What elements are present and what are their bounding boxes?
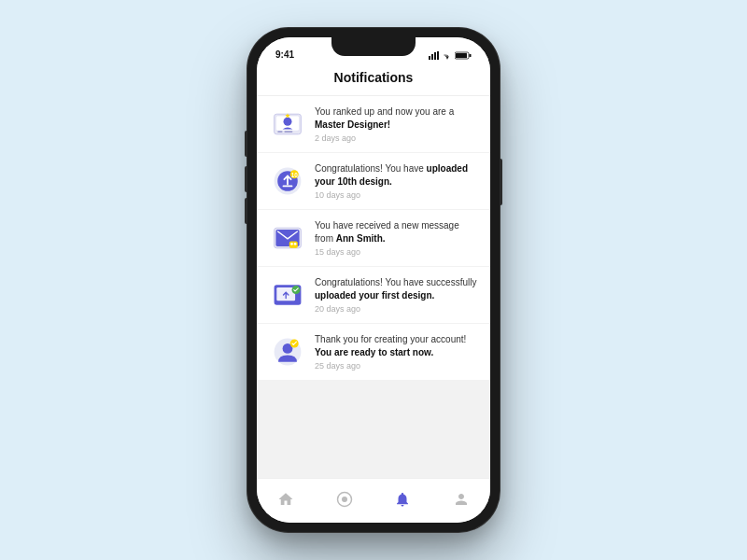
notification-content-1: You ranked up and now you are a Master D… — [315, 105, 477, 143]
phone-mockup: 9:41 — [247, 28, 500, 532]
signal-icon — [429, 51, 440, 60]
svg-point-30 — [342, 497, 347, 502]
notification-text-3: You have received a new message from Ann… — [315, 219, 477, 245]
svg-rect-6 — [470, 54, 472, 57]
battery-icon — [455, 51, 472, 60]
svg-rect-1 — [431, 54, 433, 60]
nav-profile[interactable] — [443, 483, 480, 516]
svg-rect-13 — [284, 131, 292, 133]
notification-item-2[interactable]: 10 Congratulations! You have uploaded yo… — [257, 153, 490, 209]
notification-icon-rank — [270, 106, 305, 142]
svg-rect-3 — [437, 51, 439, 60]
notification-item-3[interactable]: You have received a new message from Ann… — [257, 210, 490, 266]
notification-content-2: Congratulations! You have uploaded your … — [315, 162, 477, 200]
person-icon — [453, 491, 470, 508]
nav-activity[interactable] — [326, 483, 363, 516]
notification-icon-first-upload — [270, 277, 305, 313]
notification-icon-upload: 10 — [270, 163, 305, 199]
wifi-icon — [443, 52, 452, 60]
notification-item-4[interactable]: Congratulations! You have successfully u… — [257, 267, 490, 323]
svg-point-22 — [294, 243, 297, 245]
svg-point-21 — [290, 243, 293, 245]
svg-rect-20 — [289, 242, 298, 248]
page-title: Notifications — [334, 70, 414, 85]
svg-point-4 — [446, 58, 447, 59]
notification-content-3: You have received a new message from Ann… — [315, 219, 477, 257]
notification-item-1[interactable]: You ranked up and now you are a Master D… — [257, 96, 490, 152]
notification-item-5[interactable]: Thank you for creating your account! You… — [257, 324, 490, 380]
bottom-nav — [257, 478, 490, 523]
notification-time-5: 25 days ago — [315, 361, 477, 371]
notification-text-4: Congratulations! You have successfully u… — [315, 276, 477, 302]
status-time: 9:41 — [275, 49, 294, 60]
notification-time-1: 2 days ago — [315, 133, 477, 143]
phone-notch — [331, 37, 416, 56]
svg-rect-12 — [277, 131, 282, 133]
status-icons — [429, 51, 472, 60]
notification-text-1: You ranked up and now you are a Master D… — [315, 105, 477, 132]
notification-content-4: Congratulations! You have successfully u… — [315, 276, 477, 314]
nav-home[interactable] — [267, 483, 304, 516]
page-header: Notifications — [257, 63, 490, 96]
svg-point-10 — [284, 118, 292, 126]
notifications-list: You ranked up and now you are a Master D… — [257, 96, 490, 478]
nav-notifications[interactable] — [384, 483, 421, 516]
notification-text-5: Thank you for creating your account! You… — [315, 333, 477, 359]
bell-icon — [394, 491, 411, 508]
notification-time-2: 10 days ago — [315, 190, 477, 200]
notification-time-4: 20 days ago — [315, 304, 477, 314]
notification-text-2: Congratulations! You have uploaded your … — [315, 162, 477, 189]
phone-screen: 9:41 — [257, 37, 490, 523]
home-icon — [277, 491, 294, 508]
svg-text:10: 10 — [291, 172, 299, 178]
notification-icon-message — [270, 220, 305, 256]
notification-content-5: Thank you for creating your account! You… — [315, 333, 477, 371]
svg-rect-0 — [429, 56, 430, 60]
svg-rect-7 — [456, 53, 467, 58]
notification-time-3: 15 days ago — [315, 247, 477, 257]
notification-icon-account — [270, 334, 305, 370]
svg-rect-2 — [434, 52, 436, 60]
activity-icon — [336, 491, 353, 508]
